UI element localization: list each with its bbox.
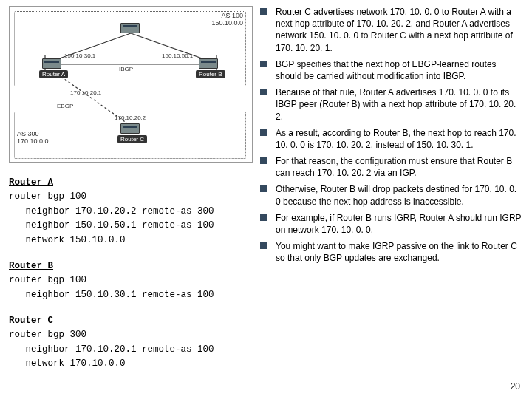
square-bullet-icon [260, 129, 267, 136]
list-item: For example, if Router B runs IGRP, Rout… [260, 212, 523, 236]
router-c-if-up: 170.10.20.2 [115, 115, 146, 121]
bullet-text: Otherwise, Router B will drop packets de… [276, 183, 523, 207]
list-item: Because of that rule, Router A advertise… [260, 86, 523, 123]
router-a-if-right: 150.10.30.1 [64, 52, 95, 59]
config-b-line1: neighbor 150.10.30.1 remote-as 100 [9, 290, 214, 300]
router-b-if-left: 150.10.50.1 [162, 52, 193, 59]
router-top-icon [120, 23, 140, 33]
config-c-line0: router bgp 300 [9, 330, 86, 340]
router-c-icon [120, 123, 140, 134]
config-router-b: Router B router bgp 100 neighbor 150.10.… [9, 259, 253, 302]
config-a-line2: neighbor 150.10.50.1 remote-as 100 [9, 220, 214, 231]
config-c-line2: network 170.10.0.0 [9, 358, 126, 369]
config-a-line0: router bgp 100 [9, 191, 86, 202]
list-item: As a result, according to Router B, the … [260, 127, 523, 151]
square-bullet-icon [260, 89, 267, 95]
router-b-icon [199, 58, 218, 69]
bullet-text: BGP specifies that the next hop of EBGP-… [276, 58, 523, 82]
config-b-line0: router bgp 100 [9, 275, 86, 285]
square-bullet-icon [260, 157, 267, 164]
router-b-name: Router B [196, 70, 225, 78]
square-bullet-icon [260, 61, 267, 67]
square-bullet-icon [260, 214, 267, 221]
bullet-text: Because of that rule, Router A advertise… [276, 86, 523, 123]
right-column: Router C advertises network 170. 10. 0. … [260, 6, 523, 383]
square-bullet-icon [260, 242, 267, 249]
bullet-list: Router C advertises network 170. 10. 0. … [260, 6, 523, 265]
as100-title: AS 100 [221, 12, 243, 19]
config-b-title: Router B [9, 261, 53, 271]
config-c-line1: neighbor 170.10.20.1 remote-as 100 [9, 344, 214, 355]
ebgp-label: EBGP [57, 103, 73, 109]
as300-title: AS 300 [17, 130, 39, 137]
list-item: Router C advertises network 170. 10. 0. … [260, 6, 523, 54]
list-item: BGP specifies that the next hop of EBGP-… [260, 58, 523, 82]
router-a-if-down: 170.10.20.1 [70, 89, 101, 96]
config-a-line3: network 150.10.0.0 [9, 235, 126, 245]
bullet-text: You might want to make IGRP passive on t… [276, 240, 523, 264]
config-a-title: Router A [9, 177, 53, 188]
bullet-text: Router C advertises network 170. 10. 0. … [276, 6, 523, 54]
ibgp-label: IBGP [119, 66, 133, 72]
as100-label: AS 100 150.10.0.0 [211, 13, 243, 27]
list-item: You might want to make IGRP passive on t… [260, 240, 523, 264]
router-a-icon [42, 58, 61, 69]
as300-label: AS 300 170.10.0.0 [17, 131, 49, 146]
as300-net: 170.10.0.0 [17, 137, 49, 145]
slide-number: 20 [511, 381, 520, 392]
config-c-title: Router C [9, 316, 53, 326]
router-a-name: Router A [39, 70, 68, 78]
square-bullet-icon [260, 185, 267, 192]
config-a-line1: neighbor 170.10.20.2 remote-as 300 [9, 206, 214, 216]
network-diagram: AS 100 150.10.0.0 AS 300 170.10.0.0 [9, 6, 253, 163]
as100-net: 150.10.0.0 [211, 19, 243, 27]
config-router-c: Router C router bgp 300 neighbor 170.10.… [9, 314, 253, 372]
bullet-text: For example, if Router B runs IGRP, Rout… [276, 212, 523, 236]
left-column: AS 100 150.10.0.0 AS 300 170.10.0.0 [9, 6, 253, 383]
bullet-text: As a result, according to Router B, the … [276, 127, 523, 151]
list-item: Otherwise, Router B will drop packets de… [260, 183, 523, 207]
bullet-text: For that reason, the configuration must … [276, 155, 523, 179]
list-item: For that reason, the configuration must … [260, 155, 523, 179]
square-bullet-icon [260, 8, 267, 15]
router-c-name: Router C [117, 135, 147, 143]
config-router-a: Router A router bgp 100 neighbor 170.10.… [9, 176, 253, 248]
